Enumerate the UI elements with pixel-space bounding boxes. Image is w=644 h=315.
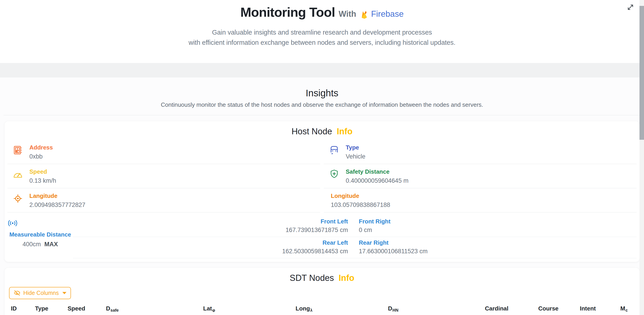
rear-left-label: Rear Left: [80, 239, 348, 246]
speed-field: Speed 0.13 km/h: [8, 164, 320, 188]
front-right-sensor: Front Right 0 cm: [355, 216, 636, 237]
langitude-value: 2.009498357772827: [30, 201, 86, 208]
sdt-nodes-title-accent: Info: [338, 273, 354, 283]
crosshair-icon: [12, 193, 23, 204]
front-right-value: 0 cm: [359, 227, 630, 234]
safety-distance-label: Safety Distance: [346, 168, 408, 175]
rear-right-value: 17.663000106811523 cm: [359, 248, 630, 255]
distance-max-value: 400cm: [22, 241, 41, 248]
front-left-label: Front Left: [80, 218, 348, 225]
title-row: Monitoring Tool With Firebase: [0, 0, 644, 20]
insights-title: Insights: [0, 88, 644, 99]
hero-description-line1: Gain valuable insights and streamline re…: [0, 27, 644, 38]
longitude-value: 103.05709838867188: [331, 201, 390, 208]
col-header-dsafe: Dsafe: [106, 305, 203, 312]
sdt-nodes-card: SDT Nodes Info Hide Columns ID Type Spee…: [4, 268, 640, 315]
address-text: Address 0xbb: [30, 144, 53, 160]
hero-description-line2: with efficient information exchange betw…: [0, 38, 644, 48]
distance-max-suffix: MAX: [44, 241, 58, 248]
address-field: Address 0xbb: [8, 140, 320, 164]
type-field: Type Vehicle: [324, 140, 636, 164]
speed-text: Speed 0.13 km/h: [30, 168, 56, 184]
rear-left-sensor: Rear Left 162.5030059814453 cm: [73, 237, 355, 258]
page-header: Monitoring Tool With Firebase Gain valua…: [0, 0, 644, 63]
longitude-text: Longitude 103.05709838867188: [331, 192, 390, 208]
hide-columns-label: Hide Columns: [23, 290, 59, 296]
safety-distance-field: Safety Distance 0.400000059604645 m: [324, 164, 636, 188]
rear-right-label: Rear Right: [359, 239, 630, 246]
eye-off-icon: [14, 289, 20, 296]
col-header-intent: Intent: [580, 305, 607, 312]
measureable-distance-label: Measureable Distance: [8, 231, 73, 238]
expand-icon[interactable]: [626, 3, 635, 12]
col-header-id: ID: [11, 305, 35, 312]
speed-label: Speed: [30, 168, 56, 175]
front-right-label: Front Right: [359, 218, 630, 225]
col-header-type: Type: [35, 305, 68, 312]
type-label: Type: [346, 144, 366, 151]
signal-icon: [8, 218, 73, 228]
col-header-course: Course: [538, 305, 580, 312]
type-text: Type Vehicle: [346, 144, 366, 160]
sdt-nodes-table: ID Type Speed Dsafe Latφ Longλ DHN Cardi…: [4, 305, 640, 315]
divider: [4, 115, 640, 115]
type-value: Vehicle: [346, 153, 366, 160]
measureable-distance-block: Measureable Distance 400cm MAX: [8, 216, 73, 258]
address-label: Address: [30, 144, 53, 151]
firebase-flame-icon: [360, 11, 369, 20]
langitude-field: Langitude 2.009498357772827: [8, 188, 320, 213]
host-node-title: Host Node Info: [4, 121, 640, 140]
vertical-scrollbar[interactable]: [640, 0, 644, 315]
col-header-cardinal: Cardinal: [485, 305, 538, 312]
scrollbar-thumb[interactable]: [640, 6, 644, 140]
caret-down-icon: [62, 292, 66, 294]
rear-right-sensor: Rear Right 17.663000106811523 cm: [355, 237, 636, 258]
memory-chip-icon: [12, 145, 23, 156]
host-node-info-grid: Address 0xbb Type Vehicle: [4, 140, 640, 213]
address-value: 0xbb: [30, 153, 53, 160]
host-node-card: Host Node Info Address 0xbb: [4, 121, 640, 262]
vehicle-icon: [329, 145, 340, 156]
shield-plus-icon: [329, 169, 340, 180]
host-node-title-accent: Info: [337, 127, 352, 136]
sdt-nodes-title: SDT Nodes Info: [4, 268, 640, 286]
insights-description: Continuously monitor the status of the h…: [0, 101, 644, 108]
col-header-lat: Latφ: [203, 305, 296, 312]
longitude-label: Longitude: [331, 192, 390, 199]
langitude-label: Langitude: [30, 192, 86, 199]
hide-columns-button[interactable]: Hide Columns: [9, 287, 71, 299]
sensor-grid: Front Left 167.739013671875 cm Front Rig…: [73, 216, 636, 258]
langitude-text: Langitude 2.009498357772827: [30, 192, 86, 208]
speedometer-icon: [12, 169, 23, 180]
table-header-row: ID Type Speed Dsafe Latφ Longλ DHN Cardi…: [11, 305, 640, 315]
col-header-dhn: DHN: [388, 305, 485, 312]
front-left-value: 167.739013671875 cm: [80, 227, 348, 234]
rear-left-value: 162.5030059814453 cm: [80, 248, 348, 255]
col-header-mc: Mc: [607, 305, 628, 312]
hero-description: Gain valuable insights and streamline re…: [0, 27, 644, 48]
col-header-speed: Speed: [68, 305, 106, 312]
safety-distance-text: Safety Distance 0.400000059604645 m: [346, 168, 408, 184]
speed-value: 0.13 km/h: [30, 177, 56, 184]
brand-name: Firebase: [371, 9, 404, 19]
page-title: Monitoring Tool: [240, 5, 335, 20]
safety-distance-value: 0.400000059604645 m: [346, 177, 408, 184]
front-left-sensor: Front Left 167.739013671875 cm: [73, 216, 355, 237]
col-header-long: Longλ: [296, 305, 388, 312]
sdt-nodes-title-text: SDT Nodes: [290, 273, 334, 283]
measureable-distance-value: 400cm MAX: [8, 241, 73, 248]
host-node-title-text: Host Node: [292, 127, 332, 136]
header-band: [0, 63, 644, 77]
measureable-distance-section: Measureable Distance 400cm MAX Front Lef…: [4, 213, 640, 262]
longitude-field: Longitude 103.05709838867188: [324, 188, 636, 213]
brand-wrap: Firebase: [360, 9, 404, 19]
with-label: With: [339, 9, 356, 19]
